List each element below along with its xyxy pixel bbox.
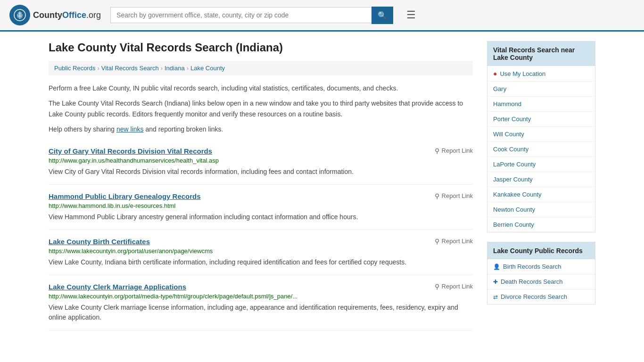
result-url-4[interactable]: http://www.lakecountyin.org/portal/media…: [49, 293, 473, 300]
nearby-label-location: Use My Location: [500, 70, 545, 77]
result-desc-3: View Lake County, Indiana birth certific…: [49, 257, 473, 267]
result-title-2[interactable]: Hammond Public Library Genealogy Records: [49, 192, 201, 200]
result-item-3: Lake County Birth Certificates ⚲ Report …: [49, 230, 473, 275]
nearby-item-cook[interactable]: Cook County: [487, 142, 595, 157]
divorce-records-link[interactable]: ⇄ Divorce Records Search: [487, 289, 595, 304]
nearby-link-newton[interactable]: Newton County: [487, 202, 595, 217]
result-url-3[interactable]: https://www.lakecountyin.org/portal/user…: [49, 247, 473, 255]
nearby-label-newton: Newton County: [493, 206, 535, 213]
public-records-birth[interactable]: 👤 Birth Records Search: [487, 259, 595, 274]
location-pin-icon: ●: [493, 70, 497, 77]
nearby-item-laporte[interactable]: LaPorte County: [487, 157, 595, 172]
public-records-section: Lake County Public Records 👤 Birth Recor…: [487, 242, 595, 304]
breadcrumb-sep-1: ›: [97, 65, 99, 72]
nearby-link-jasper[interactable]: Jasper County: [487, 172, 595, 187]
sidebar: Vital Records Search near Lake County ● …: [487, 41, 595, 330]
nearby-item-newton[interactable]: Newton County: [487, 202, 595, 217]
main-content: Lake County Vital Records Search (Indian…: [49, 41, 473, 330]
nearby-link-kankakee[interactable]: Kankakee County: [487, 187, 595, 202]
report-icon-3: ⚲: [435, 238, 439, 245]
nearby-link-cook[interactable]: Cook County: [487, 142, 595, 156]
death-records-label: Death Records Search: [501, 278, 563, 285]
nearby-item-kankakee[interactable]: Kankakee County: [487, 187, 595, 202]
nearby-link-porter[interactable]: Porter County: [487, 112, 595, 126]
nearby-link-will[interactable]: Will County: [487, 127, 595, 141]
result-url-2[interactable]: http://www.hammond.lib.in.us/e-resources…: [49, 202, 473, 209]
nearby-label-porter: Porter County: [493, 115, 531, 123]
public-records-header: Lake County Public Records: [487, 242, 595, 259]
nearby-header: Vital Records Search near Lake County: [487, 41, 595, 66]
logo-icon: [9, 5, 30, 25]
breadcrumb-sep-2: ›: [161, 65, 163, 72]
result-title-4[interactable]: Lake County Clerk Marriage Applications: [49, 283, 186, 291]
hamburger-icon: ☰: [406, 9, 416, 21]
result-item-2: Hammond Public Library Genealogy Records…: [49, 185, 473, 230]
nearby-section: Vital Records Search near Lake County ● …: [487, 41, 595, 232]
nearby-label-laporte: LaPorte County: [493, 161, 536, 168]
result-item-4: Lake County Clerk Marriage Applications …: [49, 275, 473, 330]
nearby-item-location[interactable]: ● Use My Location: [487, 66, 595, 82]
nearby-link-location[interactable]: ● Use My Location: [487, 66, 595, 81]
report-link-2[interactable]: ⚲ Report Link: [435, 192, 473, 200]
new-links-link[interactable]: new links: [116, 125, 144, 133]
description-3: Help others by sharing new links and rep…: [49, 124, 473, 134]
nearby-item-jasper[interactable]: Jasper County: [487, 172, 595, 187]
logo[interactable]: CountyOffice.org: [9, 5, 101, 25]
person-icon: 👤: [493, 263, 500, 270]
result-desc-2: View Hammond Public Library ancestry gen…: [49, 212, 473, 222]
nearby-link-laporte[interactable]: LaPorte County: [487, 157, 595, 172]
description-2: The Lake County Vital Records Search (In…: [49, 98, 473, 119]
search-icon: 🔍: [378, 11, 387, 19]
result-desc-4: View Lake County Clerk marriage license …: [49, 303, 473, 322]
nearby-link-gary[interactable]: Gary: [487, 82, 595, 96]
nearby-item-berrien[interactable]: Berrien County: [487, 217, 595, 232]
nearby-link-berrien[interactable]: Berrien County: [487, 217, 595, 232]
nearby-item-hammond[interactable]: Hammond: [487, 97, 595, 112]
nearby-label-berrien: Berrien County: [493, 221, 534, 228]
plus-icon: ✚: [493, 279, 498, 285]
result-item-1: City of Gary Vital Records Division Vita…: [49, 140, 473, 185]
nearby-item-porter[interactable]: Porter County: [487, 112, 595, 127]
public-records-death[interactable]: ✚ Death Records Search: [487, 274, 595, 289]
divorce-records-label: Divorce Records Search: [501, 293, 567, 300]
nearby-item-will[interactable]: Will County: [487, 127, 595, 142]
arrows-icon: ⇄: [493, 294, 498, 300]
description-1: Perform a free Lake County, IN public vi…: [49, 83, 473, 93]
menu-button[interactable]: ☰: [403, 7, 420, 23]
logo-text: CountyOffice.org: [33, 10, 101, 20]
nearby-label-will: Will County: [493, 131, 524, 138]
report-link-3[interactable]: ⚲ Report Link: [435, 238, 473, 245]
result-url-1[interactable]: http://www.gary.in.us/healthandhumanserv…: [49, 157, 473, 164]
page-title: Lake County Vital Records Search (Indian…: [49, 41, 473, 54]
result-title-1[interactable]: City of Gary Vital Records Division Vita…: [49, 147, 212, 155]
breadcrumb: Public Records › Vital Records Search › …: [49, 61, 473, 75]
breadcrumb-vital-records[interactable]: Vital Records Search: [101, 65, 159, 72]
nearby-label-hammond: Hammond: [493, 100, 521, 107]
search-button[interactable]: 🔍: [372, 7, 393, 24]
public-records-divorce[interactable]: ⇄ Divorce Records Search: [487, 289, 595, 304]
nearby-list: ● Use My Location Gary Hammond P: [487, 66, 595, 232]
public-records-list: 👤 Birth Records Search ✚ Death Records S…: [487, 259, 595, 304]
report-icon-4: ⚲: [435, 283, 439, 290]
result-title-3[interactable]: Lake County Birth Certificates: [49, 238, 150, 246]
nearby-label-gary: Gary: [493, 85, 506, 92]
nearby-link-hammond[interactable]: Hammond: [487, 97, 595, 111]
breadcrumb-lake-county[interactable]: Lake County: [190, 65, 225, 72]
nearby-item-gary[interactable]: Gary: [487, 82, 595, 97]
breadcrumb-sep-3: ›: [187, 65, 189, 72]
birth-records-label: Birth Records Search: [503, 263, 561, 270]
nearby-label-cook: Cook County: [493, 146, 528, 153]
result-desc-1: View City of Gary Vital Records Division…: [49, 167, 473, 177]
search-input[interactable]: [110, 7, 372, 23]
report-icon-1: ⚲: [435, 147, 439, 155]
death-records-link[interactable]: ✚ Death Records Search: [487, 274, 595, 289]
search-area: 🔍: [110, 7, 393, 24]
report-icon-2: ⚲: [435, 192, 439, 200]
breadcrumb-indiana[interactable]: Indiana: [165, 65, 185, 72]
nearby-label-jasper: Jasper County: [493, 176, 533, 183]
report-link-4[interactable]: ⚲ Report Link: [435, 283, 473, 290]
report-link-1[interactable]: ⚲ Report Link: [435, 147, 473, 155]
birth-records-link[interactable]: 👤 Birth Records Search: [487, 259, 595, 274]
breadcrumb-public-records[interactable]: Public Records: [54, 65, 95, 72]
nearby-label-kankakee: Kankakee County: [493, 191, 542, 198]
